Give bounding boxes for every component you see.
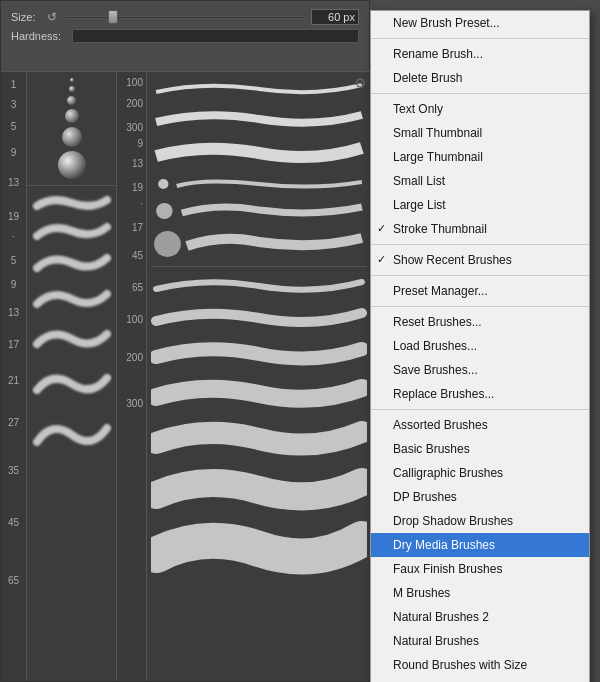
brush-num: 100 bbox=[117, 78, 146, 88]
brush-stroke-preview[interactable] bbox=[151, 78, 367, 102]
brush-numbers-left: 1 3 5 9 13 19 · 5 9 13 17 21 27 35 45 65 bbox=[1, 72, 27, 681]
menu-item-stroke-thumbnail[interactable]: Stroke Thumbnail bbox=[371, 217, 589, 241]
brush-stroke-preview[interactable] bbox=[151, 273, 367, 299]
brush-stroke-preview[interactable] bbox=[32, 248, 112, 278]
menu-item-large-thumbnail[interactable]: Large Thumbnail bbox=[371, 145, 589, 169]
brush-stroke-preview[interactable] bbox=[32, 218, 112, 244]
menu-item-drop-shadow-brushes[interactable]: Drop Shadow Brushes bbox=[371, 509, 589, 533]
brush-num: 9 bbox=[1, 146, 26, 160]
brush-preset[interactable] bbox=[69, 86, 75, 92]
brush-stroke-preview[interactable] bbox=[151, 337, 367, 371]
brush-stroke-preview[interactable] bbox=[32, 192, 112, 214]
menu-item-small-thumbnail[interactable]: Small Thumbnail bbox=[371, 121, 589, 145]
brush-num: 45 bbox=[117, 251, 146, 261]
brush-preset[interactable] bbox=[65, 109, 79, 123]
size-slider-track bbox=[65, 16, 305, 19]
menu-item-small-list[interactable]: Small List bbox=[371, 169, 589, 193]
brush-stroke-preview[interactable] bbox=[151, 174, 367, 194]
brush-stroke-preview[interactable] bbox=[32, 282, 112, 316]
menu-item-natural-brushes[interactable]: Natural Brushes bbox=[371, 629, 589, 653]
menu-separator bbox=[371, 93, 589, 94]
hardness-label: Hardness: bbox=[11, 30, 66, 42]
menu-item-reset-brushes[interactable]: Reset Brushes... bbox=[371, 310, 589, 334]
menu-item-m-brushes[interactable]: M Brushes bbox=[371, 581, 589, 605]
brush-stroke-preview[interactable] bbox=[151, 375, 367, 413]
menu-item-round-brushes-with-size[interactable]: Round Brushes with Size bbox=[371, 653, 589, 677]
brush-num: 3 bbox=[1, 98, 26, 112]
brush-num: · bbox=[117, 199, 146, 209]
brush-num: 21 bbox=[1, 374, 26, 388]
menu-item-replace-brushes[interactable]: Replace Brushes... bbox=[371, 382, 589, 406]
separator bbox=[27, 185, 116, 186]
menu-item-delete-brush[interactable]: Delete Brush bbox=[371, 66, 589, 90]
svg-point-1 bbox=[156, 203, 172, 219]
brush-stroke-preview[interactable] bbox=[151, 519, 367, 579]
hardness-slider[interactable] bbox=[72, 29, 359, 43]
brush-stroke-preview[interactable] bbox=[151, 106, 367, 134]
brush-num: 13 bbox=[1, 176, 26, 190]
menu-separator bbox=[371, 244, 589, 245]
brush-strokes-col bbox=[147, 72, 371, 681]
brush-num: 17 bbox=[1, 338, 26, 352]
size-label: Size: bbox=[11, 11, 39, 23]
brush-preset[interactable] bbox=[62, 127, 82, 147]
brush-stroke-preview[interactable] bbox=[151, 465, 367, 515]
brush-num: 200 bbox=[117, 353, 146, 363]
brush-stroke-preview[interactable] bbox=[32, 410, 112, 460]
brush-num: 1 bbox=[1, 78, 26, 92]
brush-num: 9 bbox=[117, 139, 146, 149]
context-menu: New Brush Preset...Rename Brush...Delete… bbox=[370, 10, 590, 682]
brush-num: 45 bbox=[1, 516, 26, 530]
brush-stroke-preview[interactable] bbox=[32, 362, 112, 406]
menu-item-preset-manager[interactable]: Preset Manager... bbox=[371, 279, 589, 303]
reset-size-icon[interactable]: ↺ bbox=[45, 10, 59, 24]
menu-item-rename-brush[interactable]: Rename Brush... bbox=[371, 42, 589, 66]
brush-panel: Size: ↺ Hardness: 1 3 5 9 13 19 · 5 9 bbox=[0, 0, 370, 682]
menu-item-assorted-brushes[interactable]: Assorted Brushes bbox=[371, 413, 589, 437]
brush-numbers-right: 100 200 300 9 13 19 · 17 45 65 100 200 3… bbox=[117, 72, 147, 681]
brush-num: 17 bbox=[117, 223, 146, 233]
brush-preset[interactable] bbox=[58, 151, 86, 179]
options-gear-icon[interactable]: ⚙ bbox=[351, 74, 369, 92]
brush-num: 65 bbox=[1, 574, 26, 588]
menu-item-load-brushes[interactable]: Load Brushes... bbox=[371, 334, 589, 358]
brush-stroke-preview[interactable] bbox=[151, 417, 367, 461]
brush-num: 19 bbox=[117, 183, 146, 193]
brush-stroke-preview[interactable] bbox=[151, 198, 367, 224]
brush-stroke-preview[interactable] bbox=[151, 138, 367, 170]
menu-item-new-brush-preset[interactable]: New Brush Preset... bbox=[371, 11, 589, 35]
hardness-row: Hardness: bbox=[11, 29, 359, 43]
menu-item-natural-brushes-2[interactable]: Natural Brushes 2 bbox=[371, 605, 589, 629]
brush-stroke-preview[interactable] bbox=[151, 303, 367, 333]
brush-stroke-preview[interactable] bbox=[32, 320, 112, 358]
brush-preset[interactable] bbox=[70, 78, 74, 82]
menu-item-large-list[interactable]: Large List bbox=[371, 193, 589, 217]
brush-num: · bbox=[1, 230, 26, 244]
menu-item-faux-finish-brushes[interactable]: Faux Finish Brushes bbox=[371, 557, 589, 581]
menu-item-special-effect-brushes[interactable]: Special Effect Brushes bbox=[371, 677, 589, 682]
svg-point-0 bbox=[158, 179, 168, 189]
menu-item-text-only[interactable]: Text Only bbox=[371, 97, 589, 121]
brush-num: 5 bbox=[1, 120, 26, 134]
menu-item-dry-media-brushes[interactable]: Dry Media Brushes bbox=[371, 533, 589, 557]
brush-circles-col bbox=[27, 72, 117, 681]
brush-stroke-preview[interactable] bbox=[151, 228, 367, 260]
menu-item-show-recent-brushes[interactable]: Show Recent Brushes bbox=[371, 248, 589, 272]
brush-num: 13 bbox=[1, 306, 26, 320]
size-input[interactable] bbox=[311, 9, 359, 25]
brush-preset[interactable] bbox=[67, 96, 76, 105]
brush-num: 65 bbox=[117, 283, 146, 293]
size-slider[interactable] bbox=[65, 10, 305, 24]
brush-num: 300 bbox=[117, 123, 146, 133]
menu-item-save-brushes[interactable]: Save Brushes... bbox=[371, 358, 589, 382]
brush-num: 13 bbox=[117, 159, 146, 169]
menu-item-calligraphic-brushes[interactable]: Calligraphic Brushes bbox=[371, 461, 589, 485]
svg-point-2 bbox=[154, 231, 181, 257]
brush-num: 100 bbox=[117, 315, 146, 325]
brush-controls: Size: ↺ Hardness: bbox=[1, 1, 369, 49]
menu-item-dp-brushes[interactable]: DP Brushes bbox=[371, 485, 589, 509]
size-row: Size: ↺ bbox=[11, 9, 359, 25]
brush-grid: 1 3 5 9 13 19 · 5 9 13 17 21 27 35 45 65 bbox=[1, 71, 371, 681]
size-slider-thumb[interactable] bbox=[108, 10, 118, 24]
menu-item-basic-brushes[interactable]: Basic Brushes bbox=[371, 437, 589, 461]
